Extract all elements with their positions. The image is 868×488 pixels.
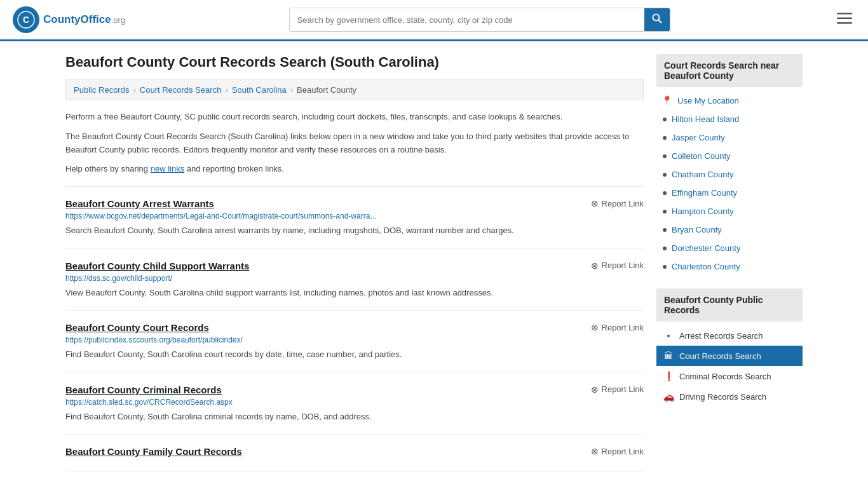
header: C CountyOffice.org [0,0,868,41]
nearby-dot-icon [663,210,667,214]
breadcrumb-sep-2: › [225,85,227,95]
result-url-1[interactable]: https://dss.sc.gov/child-support/ [65,274,644,283]
report-link-0[interactable]: ⊗ Report Link [591,198,644,208]
sidebar-nearby-link-3[interactable]: Chatham County [656,165,803,184]
public-records-container: ▪Arrest Records Search🏛Court Records Sea… [656,325,803,407]
result-title-2[interactable]: Beaufort County Court Records [65,322,209,333]
search-button[interactable] [644,8,670,31]
result-title-0[interactable]: Beaufort County Arrest Warrants [65,198,214,209]
result-header: Beaufort County Court Records ⊗ Report L… [65,322,644,333]
result-title-3[interactable]: Beaufort County Criminal Records [65,384,222,395]
nearby-dot-icon [663,173,667,177]
sidebar-nearby-link-2[interactable]: Colleton County [656,147,803,165]
sidebar: Court Records Search near Beaufort Count… [656,54,803,471]
result-desc-0: Search Beaufort County, South Carolina a… [65,224,644,237]
logo-text: CountyOffice.org [43,13,125,26]
result-item: Beaufort County Criminal Records ⊗ Repor… [65,373,644,435]
nearby-dot-icon [663,191,667,195]
result-url-3[interactable]: https://catch.sled.sc.gov/CRCRecordSearc… [65,398,644,407]
result-header: Beaufort County Arrest Warrants ⊗ Report… [65,198,644,209]
logo-icon: C [13,6,39,33]
report-link-3[interactable]: ⊗ Report Link [591,384,644,395]
nearby-dot-icon [663,154,667,158]
criminal-icon: ❗ [663,371,674,381]
breadcrumb: Public Records › Court Records Search › … [65,79,644,100]
breadcrumb-south-carolina[interactable]: South Carolina [232,85,287,95]
report-icon: ⊗ [591,261,599,271]
svg-rect-5 [837,18,852,20]
report-icon: ⊗ [591,322,599,332]
sidebar-records-link-0[interactable]: ▪Arrest Records Search [656,325,803,346]
report-link-2[interactable]: ⊗ Report Link [591,322,644,332]
search-input[interactable] [290,10,644,30]
result-desc-2: Find Beaufort County, South Carolina cou… [65,348,644,361]
nearby-dot-icon [663,136,667,140]
breadcrumb-current: Beaufort County [297,85,356,95]
sidebar-public-records-header: Beaufort County Public Records [656,288,803,322]
intro-paragraph-2: The Beaufort County Court Records Search… [65,130,644,157]
breadcrumb-sep-3: › [290,85,293,95]
sidebar-nearby-link-6[interactable]: Bryan County [656,220,803,239]
report-link-1[interactable]: ⊗ Report Link [591,261,644,271]
result-item: Beaufort County Family Court Records ⊗ R… [65,435,644,471]
sidebar-nearby-link-5[interactable]: Hampton County [656,202,803,220]
report-icon: ⊗ [591,384,599,395]
result-desc-1: View Beaufort County, South Carolina chi… [65,287,644,299]
search-area [289,8,670,32]
court-icon: 🏛 [663,351,674,361]
sidebar-use-location[interactable]: 📍 Use My Location [656,91,803,110]
logo-area: C CountyOffice.org [13,6,125,33]
nearby-dot-icon [663,265,667,269]
new-links-link[interactable]: new links [151,164,184,173]
sidebar-nearby-link-1[interactable]: Jasper County [656,128,803,147]
result-title-1[interactable]: Beaufort County Child Support Warrants [65,261,249,271]
svg-rect-6 [837,22,852,24]
breadcrumb-public-records[interactable]: Public Records [74,85,129,95]
sidebar-nearby-link-0[interactable]: Hilton Head Island [656,110,803,128]
location-pin-icon: 📍 [661,95,672,105]
intro-paragraph-1: Perform a free Beaufort County, SC publi… [65,111,644,124]
sidebar-records-link-2[interactable]: ❗Criminal Records Search [656,366,803,386]
sidebar-nearby-section: Court Records Search near Beaufort Count… [656,54,803,276]
sidebar-records-link-3[interactable]: 🚗Driving Records Search [656,386,803,407]
result-item: Beaufort County Child Support Warrants ⊗… [65,249,644,311]
main-container: Beaufort County Court Records Search (So… [53,41,815,484]
svg-line-3 [658,20,661,24]
records-icon: ▪ [663,330,674,341]
report-icon: ⊗ [591,446,599,456]
svg-rect-4 [837,13,852,15]
report-link-4[interactable]: ⊗ Report Link [591,446,644,456]
intro-paragraph-3: Help others by sharing new links and rep… [65,163,644,176]
result-header: Beaufort County Child Support Warrants ⊗… [65,261,644,271]
svg-point-2 [653,15,659,21]
sidebar-nearby-link-4[interactable]: Effingham County [656,184,803,202]
result-title-4[interactable]: Beaufort County Family Court Records [65,446,242,457]
result-item: Beaufort County Arrest Warrants ⊗ Report… [65,186,644,249]
sidebar-nearby-link-8[interactable]: Charleston County [656,257,803,276]
sidebar-nearby-link-7[interactable]: Dorchester County [656,239,803,257]
nearby-dot-icon [663,228,667,232]
page-title: Beaufort County Court Records Search (So… [65,54,644,71]
content-area: Beaufort County Court Records Search (So… [65,54,644,471]
sidebar-records-link-1[interactable]: 🏛Court Records Search [656,346,803,366]
result-url-2[interactable]: https://publicindex.sccourts.org/beaufor… [65,336,644,344]
result-header: Beaufort County Family Court Records ⊗ R… [65,446,644,457]
sidebar-nearby-header: Court Records Search near Beaufort Count… [656,54,803,87]
sidebar-public-records-section: Beaufort County Public Records ▪Arrest R… [656,288,803,407]
result-header: Beaufort County Criminal Records ⊗ Repor… [65,384,644,395]
breadcrumb-court-records[interactable]: Court Records Search [140,85,222,95]
menu-button[interactable] [834,8,855,31]
result-url-0[interactable]: https://www.bcgov.net/departments/Legal-… [65,212,644,220]
nearby-dot-icon [663,247,667,250]
driving-icon: 🚗 [663,391,674,402]
svg-text:C: C [23,15,29,25]
results-container: Beaufort County Arrest Warrants ⊗ Report… [65,186,644,471]
result-item: Beaufort County Court Records ⊗ Report L… [65,311,644,373]
result-desc-3: Find Beaufort County, South Carolina cri… [65,410,644,423]
nearby-links-container: Hilton Head IslandJasper CountyColleton … [656,110,803,276]
breadcrumb-sep-1: › [133,85,135,95]
report-icon: ⊗ [591,198,599,208]
nearby-dot-icon [663,118,667,121]
